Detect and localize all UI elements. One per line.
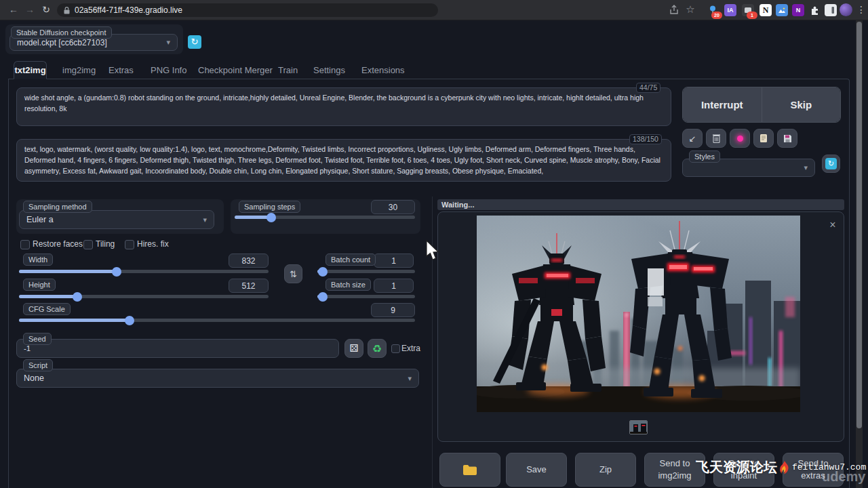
sampling-steps-input[interactable]: 30 (371, 200, 415, 214)
profile-avatar[interactable] (840, 3, 852, 16)
tab-settings[interactable]: Settings (313, 62, 345, 79)
tab-train[interactable]: Train (278, 62, 298, 79)
tab-extras[interactable]: Extras (108, 62, 134, 79)
negative-token-counter: 138/150 (629, 134, 662, 144)
ext-pin-icon[interactable]: 20 (707, 4, 719, 16)
ext-notion-icon[interactable]: N (760, 4, 772, 16)
extra-seed-checkbox[interactable] (391, 344, 400, 353)
browser-menu-icon[interactable]: ⋮ (854, 3, 868, 16)
gallery-thumbnail[interactable] (629, 420, 648, 434)
back-icon[interactable]: ← (7, 3, 20, 16)
checkpoint-label: Stable Diffusion checkpoint (11, 26, 112, 39)
ext-puzzle-icon[interactable] (808, 4, 821, 16)
recycle-icon: ♻ (372, 342, 382, 355)
share-icon[interactable] (669, 5, 679, 16)
skip-button[interactable]: Skip (762, 87, 841, 122)
ext-image-icon[interactable] (776, 4, 788, 16)
sampling-method-value: Euler a (26, 215, 54, 224)
chevron-down-icon: ▾ (203, 216, 207, 224)
reload-icon[interactable]: ↻ (39, 3, 53, 16)
seed-label: Seed (23, 333, 52, 345)
zip-button[interactable]: Zip (575, 453, 636, 487)
ext-recorder-badge: 1 (747, 12, 757, 19)
refresh-styles-button[interactable]: ↻ (822, 155, 840, 173)
chevron-down-icon: ▾ (408, 374, 412, 383)
sampling-steps-label: Sampling steps (239, 201, 300, 213)
restore-faces-checkbox[interactable] (20, 240, 30, 249)
paste-params-button[interactable]: ↙ (682, 129, 703, 148)
watermark: 飞天资源论坛 feitianwu7.com (696, 458, 866, 476)
hires-fix-checkbox[interactable] (125, 240, 134, 249)
seed-input[interactable]: -1 (16, 339, 339, 358)
generated-image[interactable] (477, 216, 800, 412)
ext-sidebar-icon[interactable] (825, 4, 837, 16)
batch-size-slider[interactable] (317, 295, 415, 298)
cfg-scale-input[interactable]: 9 (371, 303, 415, 317)
ext-ia-icon[interactable]: IA (724, 4, 736, 16)
prompt-textarea[interactable]: wide shot angle, a (gundam:0.8) robot st… (16, 87, 671, 126)
bookmark-star-icon[interactable]: ☆ (684, 3, 697, 16)
close-gallery-icon[interactable]: × (826, 218, 840, 232)
mouse-cursor (425, 240, 440, 262)
folder-icon (462, 464, 477, 476)
cfg-scale-slider[interactable] (19, 319, 415, 322)
save-style-button[interactable] (777, 129, 797, 148)
url-text: 02a56ff4-71ff-439e.gradio.live (75, 5, 182, 15)
open-folder-button[interactable] (439, 453, 500, 487)
height-input[interactable]: 512 (229, 279, 269, 293)
script-value: None (24, 373, 44, 383)
cfg-scale-label: CFG Scale (23, 303, 71, 315)
ext-onenote-icon[interactable]: N (792, 4, 804, 16)
width-input[interactable]: 832 (229, 253, 269, 268)
negative-prompt-textarea[interactable]: text, logo, watermark, (worst quality, l… (16, 139, 671, 182)
sampling-method-dropdown[interactable]: Euler a ▾ (19, 210, 214, 229)
refresh-checkpoint-button[interactable]: ↻ (188, 35, 201, 49)
tab-checkpoint-merger[interactable]: Checkpoint Merger (198, 62, 273, 79)
restore-faces-label: Restore faces (33, 239, 83, 249)
sampling-steps-slider[interactable] (235, 216, 415, 219)
swap-dimensions-button[interactable]: ⇅ (284, 264, 302, 283)
scrollbar-thumb[interactable] (856, 22, 862, 428)
prompt-token-counter: 44/75 (636, 83, 660, 93)
random-seed-button[interactable]: ⚄ (344, 339, 363, 358)
batch-size-input[interactable]: 1 (374, 279, 414, 293)
batch-count-slider[interactable] (317, 270, 415, 273)
refresh-icon: ↻ (825, 158, 837, 169)
reuse-seed-button[interactable]: ♻ (368, 339, 387, 358)
clear-prompt-button[interactable] (706, 129, 726, 148)
paste-arrow-icon: ↙ (689, 134, 696, 144)
script-label: Script (23, 359, 53, 371)
progress-bar: Waiting... (437, 199, 844, 210)
checkpoint-value: model.ckpt [cc6cb27103] (17, 38, 107, 47)
width-slider[interactable] (19, 270, 269, 273)
sampling-method-label: Sampling method (23, 201, 92, 213)
batch-count-input[interactable]: 1 (374, 253, 414, 268)
address-bar[interactable]: 02a56ff4-71ff-439e.gradio.live (57, 3, 438, 17)
save-button[interactable]: Save (506, 453, 567, 487)
extra-seed-label: Extra (401, 344, 420, 353)
tab-img2img[interactable]: img2img (62, 62, 96, 79)
batch-count-label: Batch count (326, 253, 376, 266)
tab-extensions[interactable]: Extensions (361, 62, 405, 79)
chevron-down-icon: ▾ (166, 38, 170, 47)
tab-png-info[interactable]: PNG Info (151, 62, 186, 79)
apply-style-button[interactable] (753, 129, 774, 148)
batch-size-label: Batch size (326, 279, 371, 291)
swap-arrows-icon: ⇅ (290, 269, 297, 279)
watermark-domain-text: feitianwu7.com (792, 462, 866, 472)
ext-recorder-icon[interactable]: 1 (742, 4, 754, 16)
tiling-label: Tiling (96, 239, 115, 249)
extra-networks-button[interactable] (730, 129, 750, 148)
height-label: Height (23, 279, 56, 291)
browser-toolbar: ← → ↻ 02a56ff4-71ff-439e.gradio.live ☆ 2… (0, 0, 868, 20)
interrupt-button[interactable]: Interrupt (683, 87, 762, 122)
tiling-checkbox[interactable] (83, 240, 93, 249)
height-slider[interactable] (19, 295, 269, 298)
forward-icon[interactable]: → (23, 3, 37, 16)
script-dropdown[interactable]: None ▾ (16, 369, 419, 388)
width-label: Width (23, 253, 53, 266)
chevron-down-icon: ▾ (804, 163, 808, 172)
tab-txt2img[interactable]: txt2img (14, 61, 47, 79)
lock-icon (64, 7, 70, 14)
notepad-icon (760, 134, 768, 143)
